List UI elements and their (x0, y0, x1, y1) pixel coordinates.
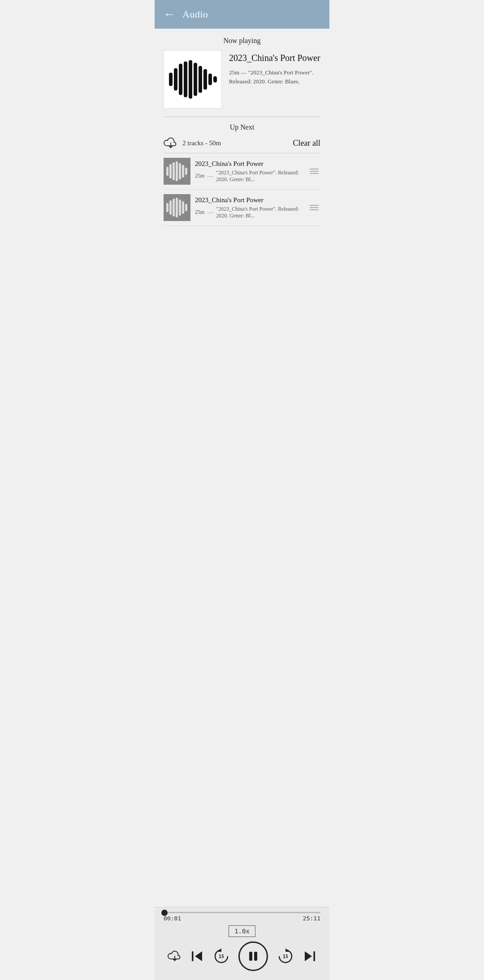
svg-rect-17 (185, 168, 187, 175)
svg-rect-3 (184, 61, 187, 97)
bottom-spacer (155, 226, 329, 298)
queue-duration-1: 25m (195, 173, 204, 179)
queue-thumb-1 (164, 158, 190, 185)
waveform-icon (168, 59, 217, 100)
svg-rect-0 (169, 73, 173, 86)
queue-thumb-2 (164, 194, 190, 221)
queue-item-2[interactable]: 2023_China's Port Power 25m — "2023_Chin… (164, 190, 320, 226)
now-playing-label: Now playing (164, 37, 320, 45)
download-cloud-icon (164, 137, 178, 149)
track-info-row: 2023_China's Port Power 25m — "2023_Chin… (164, 50, 320, 108)
up-next-controls: 2 tracks - 50m Clear all (164, 137, 320, 149)
queue-item[interactable]: 2023_China's Port Power 25m — "2023_Chin… (164, 153, 320, 190)
app-header: ← Audio (155, 0, 329, 29)
queue-list: 2023_China's Port Power 25m — "2023_Chin… (164, 153, 320, 226)
back-button[interactable]: ← (164, 8, 175, 21)
dash-1: — (207, 173, 213, 180)
queue-item-title-2: 2023_China's Port Power (195, 196, 303, 204)
svg-rect-12 (169, 164, 172, 178)
queue-duration-2: 25m (195, 209, 204, 216)
svg-rect-13 (173, 162, 175, 180)
track-meta: 25m — "2023_China's Port Power". Release… (229, 68, 320, 86)
up-next-label: Up Next (164, 123, 320, 131)
queue-details-1: 2023_China's Port Power 25m — "2023_Chin… (195, 160, 303, 183)
svg-rect-9 (213, 76, 217, 82)
track-details: 2023_China's Port Power 25m — "2023_Chin… (229, 50, 320, 86)
album-art (164, 50, 222, 108)
svg-rect-20 (173, 199, 175, 217)
svg-rect-4 (189, 60, 192, 99)
queue-waveform-icon-2 (166, 197, 188, 218)
queue-item-title-1: 2023_China's Port Power (195, 160, 303, 168)
svg-rect-19 (169, 200, 172, 215)
now-playing-section: Now playing 2023_China's Port Power 25m … (155, 29, 329, 108)
queue-info-1: "2023_China's Port Power". Released: 202… (216, 169, 303, 183)
svg-rect-14 (176, 161, 178, 181)
header-title: Audio (182, 9, 208, 20)
queue-details-2: 2023_China's Port Power 25m — "2023_Chin… (195, 196, 303, 219)
svg-rect-15 (179, 163, 181, 179)
svg-rect-5 (194, 63, 197, 96)
queue-waveform-icon-1 (166, 160, 188, 182)
svg-rect-22 (179, 199, 181, 216)
queue-info-2: "2023_China's Port Power". Released: 202… (216, 206, 303, 219)
dash-2: — (207, 209, 213, 216)
tracks-count: 2 tracks - 50m (182, 139, 221, 147)
svg-rect-23 (182, 201, 184, 214)
drag-handle-2[interactable] (308, 203, 320, 212)
up-next-section: Up Next 2 tracks - 50m Clear all (155, 117, 329, 226)
queue-item-meta-1: 25m — "2023_China's Port Power". Release… (195, 169, 303, 183)
drag-handle-1[interactable] (308, 167, 320, 176)
svg-rect-24 (185, 204, 187, 211)
svg-rect-2 (179, 64, 182, 95)
clear-all-button[interactable]: Clear all (293, 139, 320, 148)
svg-rect-8 (208, 74, 212, 85)
svg-rect-7 (203, 69, 207, 90)
svg-rect-21 (176, 198, 178, 217)
svg-rect-16 (182, 165, 184, 178)
svg-rect-18 (166, 203, 169, 212)
track-title: 2023_China's Port Power (229, 52, 320, 64)
queue-item-meta-2: 25m — "2023_China's Port Power". Release… (195, 206, 303, 219)
svg-rect-6 (199, 66, 202, 93)
tracks-info: 2 tracks - 50m (164, 137, 221, 149)
svg-rect-1 (174, 68, 177, 91)
svg-rect-11 (166, 167, 169, 176)
